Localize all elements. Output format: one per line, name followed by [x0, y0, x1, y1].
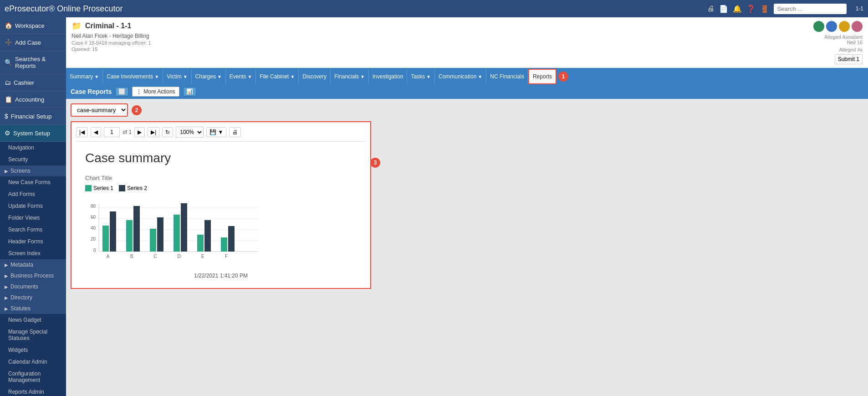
tab-charges[interactable]: Charges ▼	[192, 69, 226, 84]
sidebar-group-screens[interactable]: ▶ Screens	[0, 165, 66, 176]
save-button[interactable]: 💾 ▼	[206, 127, 226, 137]
sidebar-item-update-forms[interactable]: Update Forms	[5, 200, 66, 212]
sidebar-group-statutes[interactable]: ▶ Statutes	[0, 303, 66, 314]
tab-tasks-label: Tasks	[411, 73, 425, 80]
bar-chart: 0 20 40 60 80	[85, 195, 258, 259]
right-info-0: Alleged Assailant	[813, 34, 863, 40]
tab-nav: Summary ▼ Case Involvements ▼ Victim ▼ C…	[66, 69, 868, 84]
sidebar-item-reports-admin[interactable]: Reports Admin	[5, 386, 66, 396]
search-input[interactable]	[774, 4, 847, 14]
page-number-input[interactable]	[104, 127, 120, 137]
case-header-left: 📁 Criminal - 1-1 Neil Alan Ficek - Herit…	[71, 21, 151, 52]
tab-file-cabinet[interactable]: File Cabinet ▼	[256, 69, 299, 84]
reports-chart-button[interactable]: 📊	[183, 87, 196, 96]
sidebar-group-directory[interactable]: ▶ Directory	[0, 292, 66, 303]
directory-label: Directory	[10, 294, 32, 301]
sidebar-item-workspace[interactable]: 🏠 Workspace	[0, 17, 66, 34]
signout-icon[interactable]: 🚪	[760, 5, 769, 13]
tab-discovery[interactable]: Discovery	[299, 69, 331, 84]
sidebar-bottom-items: News Gadget Manage Special Statuses Widg…	[0, 314, 66, 396]
sidebar-item-news-gadget[interactable]: News Gadget	[5, 314, 66, 326]
svg-text:B: B	[130, 254, 133, 259]
sidebar-label-financial: Financial Setup	[11, 113, 52, 120]
tab-reports-label: Reports	[533, 73, 552, 80]
sidebar-item-search-forms[interactable]: Search Forms	[5, 224, 66, 236]
business-label: Business Process	[10, 273, 54, 279]
sidebar-item-special-statuses[interactable]: Manage Special Statuses	[5, 326, 66, 344]
more-actions-button[interactable]: ⋮ More Actions	[132, 87, 179, 97]
print-icon[interactable]: 🖨	[707, 5, 715, 13]
sidebar-label-searches: Searches & Reports	[15, 56, 61, 69]
sidebar-group-metadata[interactable]: ▶ Metadata	[0, 259, 66, 270]
prev-page-button[interactable]: ◀	[91, 127, 101, 137]
sidebar-item-searches[interactable]: 🔍 Searches & Reports	[0, 51, 66, 74]
refresh-button[interactable]: ↻	[162, 127, 173, 137]
bar-a-s2	[110, 211, 116, 252]
report-type-select[interactable]: case-summary other-report	[71, 103, 128, 117]
tab-case-involvements[interactable]: Case Involvements ▼	[103, 69, 163, 84]
workspace-icon: 🏠	[5, 22, 12, 29]
sidebar-item-new-case-forms[interactable]: New Case Forms	[5, 176, 66, 188]
help-icon[interactable]: ❓	[746, 5, 756, 13]
tab-events[interactable]: Events ▼	[226, 69, 256, 84]
tab-financials[interactable]: Financials ▼	[331, 69, 369, 84]
tab-tasks[interactable]: Tasks ▼	[407, 69, 435, 84]
svg-text:A: A	[107, 254, 110, 259]
sidebar-group-business[interactable]: ▶ Business Process	[0, 270, 66, 281]
sidebar-item-accounting[interactable]: 📋 Accounting	[0, 91, 66, 108]
zoom-select[interactable]: 50% 75% 100% 125% 150%	[176, 127, 204, 138]
report-select-row: case-summary other-report 2	[71, 103, 863, 117]
sidebar-item-screen-index[interactable]: Screen Index	[5, 247, 66, 259]
sidebar-item-header-forms[interactable]: Header Forms	[5, 236, 66, 247]
statutes-label: Statutes	[10, 305, 31, 312]
screens-group-label: Screens	[10, 168, 31, 174]
sidebar-label-system: System Setup	[13, 130, 50, 137]
sidebar-item-cashier[interactable]: 🗂 Cashier	[0, 74, 66, 91]
sidebar: 🏠 Workspace ➕ Add Case 🔍 Searches & Repo…	[0, 17, 66, 396]
print-button[interactable]: 🖨	[229, 127, 241, 137]
tab-victim[interactable]: Victim ▼	[163, 69, 191, 84]
legend-color-series2	[119, 185, 125, 191]
first-page-button[interactable]: |◀	[76, 127, 88, 137]
page-total-label: of 1	[123, 129, 132, 135]
sidebar-item-security[interactable]: Security	[5, 154, 66, 165]
right-info-1: Neil 16	[813, 40, 863, 45]
documents-label: Documents	[10, 283, 38, 290]
last-page-button[interactable]: ▶|	[148, 127, 159, 137]
bar-a-s1	[102, 226, 109, 252]
svg-text:20: 20	[91, 237, 96, 242]
bar-e-s1	[197, 235, 204, 252]
sidebar-item-navigation[interactable]: Navigation	[5, 142, 66, 154]
bar-c-s1	[150, 229, 156, 252]
sidebar-item-folder-views[interactable]: Folder Views	[5, 212, 66, 224]
tab-communication-dropdown: ▼	[478, 74, 482, 79]
tab-nc-financials[interactable]: NC Financials	[486, 69, 528, 84]
right-info-2: Alleged #x	[813, 47, 863, 52]
avatar-blue	[826, 21, 837, 32]
tab-communication[interactable]: Communication ▼	[435, 69, 486, 84]
tab-summary-label: Summary	[70, 73, 93, 80]
sidebar-item-config-management[interactable]: Configuration Management	[5, 368, 66, 386]
tab-investigation[interactable]: Investigation	[369, 69, 407, 84]
tab-reports[interactable]: Reports	[528, 69, 557, 84]
folder-icon: 📁	[71, 21, 82, 31]
sidebar-item-calendar-admin[interactable]: Calendar Admin	[5, 356, 66, 368]
sidebar-item-financial-setup[interactable]: $ Financial Setup	[0, 108, 66, 125]
sidebar-item-addcase[interactable]: ➕ Add Case	[0, 34, 66, 51]
more-actions-label: More Actions	[143, 88, 175, 95]
reports-icon-button[interactable]: ⬜	[115, 87, 128, 96]
submit-button[interactable]: Submit 1	[835, 54, 863, 64]
tab-investigation-label: Investigation	[373, 73, 403, 80]
tab-filecabinet-dropdown: ▼	[290, 74, 295, 79]
next-page-button[interactable]: ▶	[134, 127, 145, 137]
bell-icon[interactable]: 🔔	[733, 5, 742, 13]
reports-subheader: Case Reports ⬜ ⋮ More Actions 📊	[66, 84, 868, 99]
tab-summary[interactable]: Summary ▼	[66, 69, 103, 84]
sidebar-item-system-setup[interactable]: ⚙ System Setup	[0, 125, 66, 142]
sidebar-item-widgets[interactable]: Widgets	[5, 344, 66, 356]
sidebar-item-add-forms[interactable]: Add Forms	[5, 188, 66, 200]
svg-text:80: 80	[91, 204, 96, 209]
statutes-expand-icon: ▶	[5, 306, 8, 311]
document-icon[interactable]: 📄	[719, 5, 728, 13]
sidebar-group-documents[interactable]: ▶ Documents	[0, 281, 66, 292]
